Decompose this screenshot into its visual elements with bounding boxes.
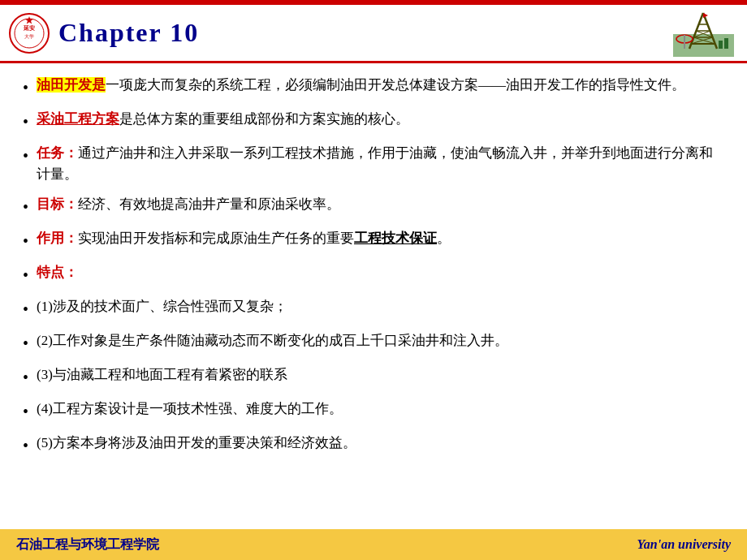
list-item: • 油田开发是一项庞大而复杂的系统工程，必须编制油田开发总体建设方案——油田开发… xyxy=(23,75,718,101)
list-item: • (5)方案本身将涉及油田开发的重要决策和经济效益。 xyxy=(23,433,718,459)
university-logo: 延安 大学 xyxy=(8,12,50,54)
bullet-text: (4)工程方案设计是一项技术性强、难度大的工作。 xyxy=(37,398,718,420)
bullet-dot: • xyxy=(23,263,28,288)
bullet-text: 任务：通过产油井和注入井采取一系列工程技术措施，作用于油藏，使油气畅流入井，并举… xyxy=(37,143,718,186)
label-text: 目标： xyxy=(37,196,78,212)
list-item: • 特点： xyxy=(23,262,718,288)
highlight-text: 采油工程方案 xyxy=(37,111,119,127)
label-text: 特点： xyxy=(37,265,78,280)
list-item: • (4)工程方案设计是一项技术性强、难度大的工作。 xyxy=(23,398,718,424)
footer-university-name: Yan'an university xyxy=(637,537,731,552)
list-item: • (2)工作对象是生产条件随油藏动态而不断变化的成百上千口采油井和注入井。 xyxy=(23,330,718,356)
main-content: • 油田开发是一项庞大而复杂的系统工程，必须编制油田开发总体建设方案——油田开发… xyxy=(0,63,747,529)
header: 延安 大学 Chapter 10 xyxy=(0,5,747,63)
bullet-text: 采油工程方案是总体方案的重要组成部份和方案实施的核心。 xyxy=(37,109,718,130)
bullet-text: 油田开发是一项庞大而复杂的系统工程，必须编制油田开发总体建设方案——油田开发工作… xyxy=(37,75,718,96)
bullet-dot: • xyxy=(23,433,28,459)
svg-text:大学: 大学 xyxy=(24,34,34,39)
highlight-text: 油田开发是 xyxy=(37,77,106,93)
bullet-text: (3)与油藏工程和地面工程有着紧密的联系 xyxy=(37,364,718,386)
header-left: 延安 大学 Chapter 10 xyxy=(8,12,199,54)
bullet-dot: • xyxy=(23,297,28,322)
bullet-dot: • xyxy=(23,331,28,356)
svg-marker-4 xyxy=(25,16,33,24)
list-item: • 目标：经济、有效地提高油井产量和原油采收率。 xyxy=(23,194,718,220)
svg-rect-19 xyxy=(724,38,728,49)
list-item: • 任务：通过产油井和注入井采取一系列工程技术措施，作用于油藏，使油气畅流入井，… xyxy=(23,143,718,186)
bullet-dot: • xyxy=(23,365,28,390)
bullet-dot: • xyxy=(23,195,28,220)
eng-tech-text: 工程技术保证 xyxy=(354,230,437,246)
list-item: • (3)与油藏工程和地面工程有着紧密的联系 xyxy=(23,364,718,390)
footer-school-name: 石油工程与环境工程学院 xyxy=(16,536,159,554)
footer: 石油工程与环境工程学院 Yan'an university xyxy=(0,529,747,560)
label-text: 任务： xyxy=(37,145,78,161)
bullet-dot: • xyxy=(23,399,28,424)
bullet-text: (5)方案本身将涉及油田开发的重要决策和经济效益。 xyxy=(37,433,718,454)
bullet-dot: • xyxy=(23,110,28,135)
svg-text:延安: 延安 xyxy=(23,24,35,32)
list-item: • 作用：实现油田开发指标和完成原油生产任务的重要工程技术保证。 xyxy=(23,228,718,254)
bullet-text: 目标：经济、有效地提高油井产量和原油采收率。 xyxy=(37,194,718,215)
bullet-dot: • xyxy=(23,229,28,254)
bullet-dot: • xyxy=(23,75,28,101)
derrick-icon xyxy=(673,10,734,57)
label-text: 作用： xyxy=(37,230,78,246)
bullet-dot: • xyxy=(23,144,28,169)
svg-point-1 xyxy=(15,19,44,48)
bullet-text: (2)工作对象是生产条件随油藏动态而不断变化的成百上千口采油井和注入井。 xyxy=(37,330,718,351)
bullet-list: • 油田开发是一项庞大而复杂的系统工程，必须编制油田开发总体建设方案——油田开发… xyxy=(23,75,718,459)
svg-rect-18 xyxy=(719,41,723,49)
bullet-text: 作用：实现油田开发指标和完成原油生产任务的重要工程技术保证。 xyxy=(37,228,718,249)
list-item: • 采油工程方案是总体方案的重要组成部份和方案实施的核心。 xyxy=(23,109,718,135)
header-right xyxy=(673,10,734,57)
chapter-title: Chapter 10 xyxy=(58,18,199,48)
list-item: • (1)涉及的技术面广、综合性强而又复杂； xyxy=(23,296,718,322)
bullet-text: (1)涉及的技术面广、综合性强而又复杂； xyxy=(37,296,718,317)
bullet-text: 特点： xyxy=(37,262,718,283)
